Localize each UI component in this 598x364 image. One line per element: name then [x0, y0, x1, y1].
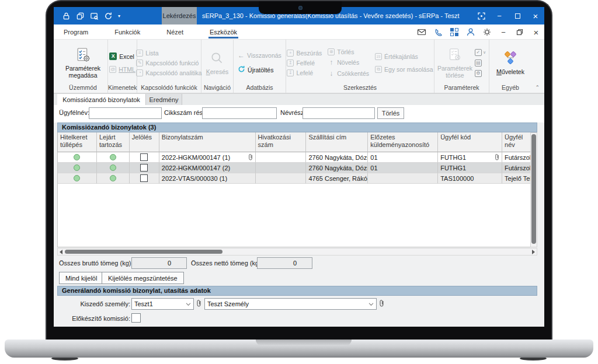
lista-button: ≡Lista [136, 50, 201, 57]
filter-bar: Ügyfélnév: Cikkszám rész: Névrész: Törlé… [54, 105, 544, 123]
parameterek-megadasa-button[interactable]: Paraméterek megadása [58, 46, 107, 80]
restore-icon[interactable] [515, 27, 524, 37]
apps-grid-icon[interactable] [450, 27, 459, 37]
user-icon[interactable] [466, 27, 475, 37]
cell-ugyfel-kod: FUTHG1 [440, 154, 466, 161]
excel-button[interactable]: XExcel [109, 52, 135, 60]
button-label: Visszavonás [247, 52, 281, 59]
scroll-right-arrow[interactable] [532, 250, 535, 254]
row-checkbox[interactable] [140, 153, 148, 161]
mind-kijelol-button[interactable]: Mind kijelöl [59, 272, 103, 284]
col-hitelkeret[interactable]: Hitelkeret túllépés [58, 132, 97, 152]
col-bizonylatszam[interactable]: Bizonylatszám [159, 132, 256, 152]
calendar-icon: 23 [375, 53, 382, 60]
kijeloles-megszuntetese-button[interactable]: Kijelölés megszüntetése [102, 272, 184, 284]
col-elozetes[interactable]: Előzetes küldeményazonosító [368, 132, 438, 152]
row-checkbox[interactable] [140, 174, 148, 182]
ugyfelnev-input[interactable] [89, 107, 162, 119]
group-label: Kimenetek [108, 83, 137, 93]
minimize-icon[interactable]: − [495, 12, 503, 20]
kiszedo-name-combo[interactable]: Teszt Személy [204, 298, 377, 310]
cell-ugyfel-nev: Futárszolg [505, 154, 530, 161]
document-tab[interactable]: Lekérdezés [162, 7, 197, 24]
table-row[interactable]: 2022-HGKM/000147 (1) 2760 Nagykáta, Dózs… [57, 152, 530, 163]
row-checkbox[interactable] [140, 164, 148, 172]
status-green-dot [110, 175, 116, 181]
maximize-icon[interactable] [515, 13, 520, 19]
params-save-icon: ▤ [475, 60, 482, 66]
button-label: Kapcsolódó funkció [145, 60, 199, 66]
layers-icon[interactable] [76, 12, 85, 20]
muveletek-button[interactable]: Műveletek [495, 49, 526, 76]
refresh-icon[interactable] [104, 12, 113, 20]
felfele-button: ↥Felfelé [287, 60, 322, 66]
focus-icon[interactable] [477, 12, 485, 20]
button-label: Lista [145, 50, 158, 57]
close-icon[interactable]: × [531, 27, 541, 37]
scrollbar-thumb[interactable] [531, 134, 536, 244]
phone-icon[interactable] [433, 27, 443, 37]
button-label: Újratöltés [248, 66, 273, 74]
vertical-scrollbar[interactable] [530, 132, 537, 247]
cell-bizonylatszam: 2022-HGKM/000147 (2) [162, 164, 230, 172]
window-search-icon[interactable] [90, 12, 99, 20]
cell-ugyfel-kod: TAS100000 [440, 175, 474, 182]
paperclip-icon[interactable] [196, 299, 201, 308]
scrollbar-thumb[interactable] [65, 250, 222, 254]
cikkszam-label: Cikkszám rész: [164, 109, 208, 116]
ujratoltes-button[interactable]: Újratöltés [238, 65, 281, 74]
paperclip-icon [248, 153, 253, 162]
horizontal-scrollbar[interactable] [57, 248, 537, 256]
button-label: Értékajánlás [384, 53, 418, 60]
lock-icon[interactable] [62, 12, 71, 20]
table-row[interactable]: 2022-VTAS/000030 (1) 4765 Csenger, Rákóc… [57, 173, 530, 184]
caret-down-icon[interactable]: ▾ [118, 13, 120, 19]
minimize-icon[interactable]: − [499, 27, 508, 37]
kereses-button: Keresés [204, 49, 231, 76]
ribbon-group-uzemmod: Paraméterek megadása Üzemmód [58, 40, 108, 93]
lefele-button: ↧Lefelé [287, 69, 322, 76]
tab-eredmeny[interactable]: Eredmény [146, 94, 182, 106]
col-szallitasi[interactable]: Szállítási cím [306, 132, 368, 152]
col-ugyfel-kod[interactable]: Ügyfél kód [438, 132, 502, 152]
brutto-label: Összes bruttó tömeg (kg): [59, 260, 133, 267]
cikkszam-input[interactable] [202, 107, 277, 119]
chevron-down-icon[interactable] [186, 300, 191, 307]
menu-funkciok[interactable]: Funkciók [113, 26, 141, 38]
col-jeloles[interactable]: Jelölés [130, 132, 159, 152]
elokeszito-checkbox[interactable] [131, 313, 141, 323]
params-checklist-gear-icon [75, 47, 91, 63]
group-label: Szerkesztés [286, 83, 434, 93]
copy-row-icon: ⧉ [375, 66, 382, 73]
chevron-down-icon[interactable] [368, 300, 374, 307]
ribbon-group-adatbazis: ←Visszavonás Újratöltés Adatbázis [234, 40, 286, 93]
table-row[interactable]: 2022-HGKM/000147 (2) 2760 Nagykáta, Dózs… [57, 163, 530, 173]
row-up-icon: ↥ [287, 60, 294, 66]
ribbon: Paraméterek megadása Üzemmód XExcel @HTM… [54, 40, 544, 93]
parameterek-torlese-button: Paraméterek törlése [437, 46, 472, 80]
group-label: Navigáció [201, 83, 233, 93]
close-icon[interactable]: × [531, 12, 540, 20]
kiszedo-code-combo[interactable]: Teszt1 [131, 298, 194, 310]
col-hivatkozasi[interactable]: Hivatkozási szám [256, 132, 307, 152]
kapcsolodo-funkcio-button: ✎Kapcsolódó funkció [136, 60, 201, 66]
col-ugyfel-nev[interactable]: Ügyfél név [502, 132, 530, 152]
status-green-dot [74, 164, 80, 171]
col-lejart[interactable]: Lejárt tartozás [97, 132, 130, 152]
collapse-ribbon-icon[interactable]: ⌃ [535, 85, 540, 90]
menu-program[interactable]: Program [62, 26, 89, 38]
button-label: Paraméterek törlése [437, 65, 472, 79]
menu-nezet[interactable]: Nézet [165, 26, 185, 38]
paperclip-icon[interactable] [379, 299, 384, 308]
torles-filter-button[interactable]: Törlés [377, 107, 404, 119]
kapcsolodo-analitika-button: ◔Kapcsolódó analitika [136, 69, 201, 76]
group-label: Üzemmód [58, 83, 107, 93]
tab-komissiozando-bizonylatok[interactable]: Komissiózandó bizonylatok [57, 94, 146, 106]
mail-icon[interactable] [417, 27, 426, 37]
nevresz-input[interactable] [303, 107, 375, 119]
menu-eszkozok[interactable]: Eszközök [208, 26, 238, 38]
menu-bar: Program Funkciók Nézet Eszközök − × [54, 24, 544, 40]
gear-icon[interactable] [482, 27, 492, 37]
scroll-left-arrow[interactable] [60, 250, 62, 254]
group-label: Paraméterek [434, 83, 489, 93]
